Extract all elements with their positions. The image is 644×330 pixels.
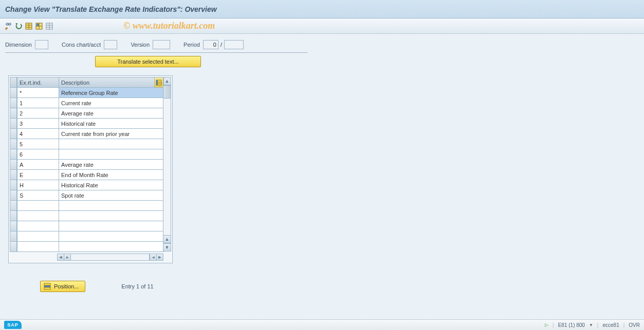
period-field[interactable] [203,40,218,49]
row-selector[interactable] [10,87,17,98]
cell-description[interactable]: Historical Rate [59,180,164,190]
undo-button[interactable] [14,22,23,31]
cell-indicator[interactable]: 5 [17,139,59,149]
hscroll-right-button[interactable]: ◂ [150,254,157,261]
cell-indicator[interactable]: A [17,159,59,170]
cell-indicator[interactable]: E [17,169,59,180]
cell-description[interactable]: Average rate [59,108,164,119]
table-row[interactable] [17,241,163,252]
row-selector[interactable] [10,159,17,170]
scroll-down-button[interactable]: ▼ [163,243,171,251]
cell-indicator[interactable]: H [17,180,59,190]
table-row[interactable]: EEnd of Month Rate [17,169,163,180]
deselect-all-button[interactable] [45,22,54,31]
cell-indicator[interactable] [17,231,59,242]
cons-chart-field[interactable] [104,40,117,49]
row-selector[interactable] [10,118,17,129]
cell-description[interactable] [59,139,164,149]
table-row[interactable]: 5 [17,139,163,149]
row-selector[interactable] [10,210,17,221]
row-selector[interactable] [10,200,17,211]
cell-description[interactable]: End of Month Rate [59,169,164,180]
scroll-thumb[interactable] [163,85,171,99]
table-settings-button[interactable] [154,77,163,88]
table-row[interactable]: *Reference Group Rate [17,87,163,98]
column-header-description[interactable]: Description [59,77,164,88]
hscroll-first-button[interactable]: ◄ [57,254,64,261]
table-row[interactable]: 1Current rate [17,98,163,108]
row-selector[interactable] [10,149,17,160]
cell-description[interactable] [59,149,164,160]
toggle-change-button[interactable] [4,22,13,31]
scroll-line-up-button[interactable]: ▲ [163,235,171,243]
position-button[interactable]: Position... [40,281,85,292]
cell-description[interactable] [59,241,164,252]
cell-description[interactable] [59,221,164,231]
svg-rect-19 [44,285,50,287]
cell-indicator[interactable]: 6 [17,149,59,160]
row-selector[interactable] [10,169,17,180]
row-selector[interactable] [10,108,17,119]
cell-description[interactable]: Current rate [59,98,164,108]
table-row[interactable]: 3Historical rate [17,118,163,129]
scroll-up-button[interactable]: ▲ [163,77,171,85]
cell-description[interactable]: Current rate from prior year [59,128,164,139]
cell-description[interactable]: Average rate [59,159,164,170]
row-selector[interactable] [10,231,17,242]
row-selector[interactable] [10,221,17,231]
status-separator-3: | [623,322,625,328]
select-all-button[interactable] [24,22,33,31]
status-session[interactable]: E81 (1) 800 [558,322,585,328]
row-selector[interactable] [10,190,17,201]
vertical-scrollbar[interactable]: ▲ ▲ ▼ [163,77,171,251]
hscroll-left-button[interactable]: ▸ [64,254,71,261]
cell-description[interactable] [59,231,164,242]
cell-description[interactable] [59,200,164,211]
select-block-button[interactable] [34,22,44,31]
scroll-track[interactable] [163,85,171,235]
table-row[interactable]: 6 [17,149,163,160]
table-row[interactable]: 2Average rate [17,108,163,119]
cell-indicator[interactable]: 2 [17,108,59,119]
table-row[interactable] [17,200,163,211]
table-row[interactable]: 4Current rate from prior year [17,128,163,139]
year-field[interactable] [224,40,244,49]
status-mode: OVR [629,322,640,328]
table-row[interactable]: HHistorical Rate [17,180,163,190]
row-selector[interactable] [10,128,17,139]
table-deselect-icon [45,22,53,30]
row-selector[interactable] [10,139,17,149]
status-bar: SAP ▷ | E81 (1) 800 ▼ | ecce81 | OVR [0,319,644,330]
table-row[interactable] [17,210,163,221]
cell-indicator[interactable]: 1 [17,98,59,108]
select-all-rows-header[interactable] [10,77,17,88]
cell-description[interactable]: Historical rate [59,118,164,129]
cell-indicator[interactable]: 4 [17,128,59,139]
cell-indicator[interactable] [17,221,59,231]
column-header-indicator[interactable]: Ex.rt.ind. [17,77,59,88]
dimension-field[interactable] [35,40,48,49]
translate-selected-button[interactable]: Translate selected text... [95,56,201,67]
table-row[interactable] [17,221,163,231]
session-dropdown-icon[interactable]: ▼ [589,323,593,327]
hscroll-last-button[interactable]: ► [156,254,163,261]
table-row[interactable]: AAverage rate [17,159,163,170]
table-row[interactable] [17,231,163,242]
cell-indicator[interactable]: * [17,87,59,98]
row-selector[interactable] [10,180,17,190]
row-selector[interactable] [10,241,17,252]
cell-indicator[interactable] [17,200,59,211]
cell-indicator[interactable] [17,241,59,252]
hscroll-track[interactable] [70,254,150,261]
cell-indicator[interactable] [17,210,59,221]
cell-description[interactable]: Reference Group Rate [59,87,164,98]
row-selector[interactable] [10,98,17,108]
cell-description[interactable]: Spot rate [59,190,164,201]
table-row[interactable]: SSpot rate [17,190,163,201]
table-select-all-icon [25,22,33,30]
cell-description[interactable] [59,210,164,221]
version-field[interactable] [153,40,170,49]
entry-counter: Entry 1 of 11 [121,283,153,289]
cell-indicator[interactable]: S [17,190,59,201]
cell-indicator[interactable]: 3 [17,118,59,129]
